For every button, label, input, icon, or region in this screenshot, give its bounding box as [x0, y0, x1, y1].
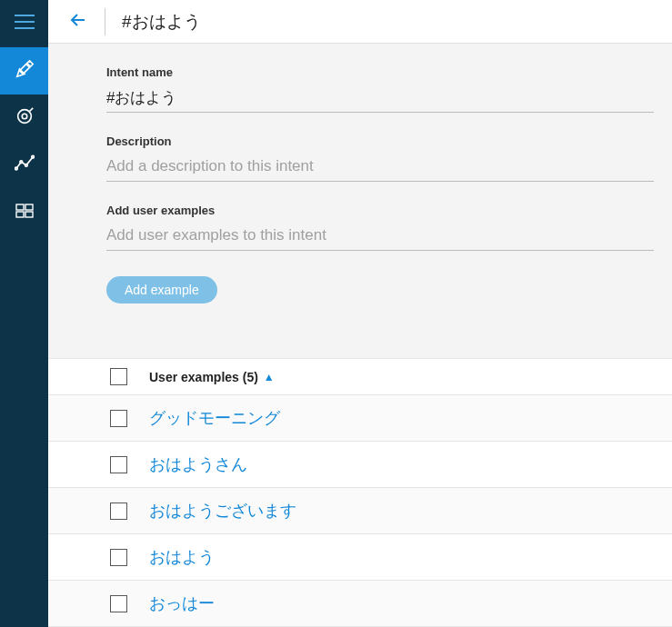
back-button[interactable]	[66, 10, 90, 34]
example-checkbox[interactable]	[110, 549, 127, 566]
description-input[interactable]	[106, 154, 654, 182]
example-row: おはようございます	[48, 488, 672, 534]
example-text[interactable]: おはようございます	[149, 500, 296, 522]
example-row: おっはー	[48, 581, 672, 627]
sidebar-item-analytics[interactable]	[0, 142, 48, 189]
example-row: グッドモーニング	[48, 395, 672, 442]
target-icon	[15, 106, 35, 130]
svg-point-8	[25, 164, 27, 166]
intent-form: Intent name Description Add user example…	[48, 44, 672, 322]
sort-arrow-icon[interactable]: ▲	[264, 371, 275, 383]
examples-header: User examples (5) ▲	[48, 358, 672, 395]
example-text[interactable]: グッドモーニング	[149, 407, 280, 429]
svg-rect-12	[16, 212, 24, 217]
example-checkbox[interactable]	[110, 410, 127, 427]
add-example-button[interactable]: Add example	[106, 276, 217, 304]
example-text[interactable]: おっはー	[149, 592, 215, 614]
examples-header-label[interactable]: User examples (5)	[149, 370, 258, 384]
example-checkbox[interactable]	[110, 595, 127, 612]
arrow-left-icon	[70, 13, 86, 31]
sidebar-item-menu[interactable]	[0, 0, 48, 47]
analytics-icon	[15, 154, 35, 177]
topbar: #おはよう	[48, 0, 672, 44]
intent-name-input[interactable]	[106, 85, 654, 113]
add-examples-label: Add user examples	[106, 204, 654, 217]
svg-point-4	[22, 114, 27, 119]
sidebar-item-catalog[interactable]	[0, 189, 48, 236]
add-examples-input[interactable]	[106, 223, 654, 251]
example-row: おはようさん	[48, 442, 672, 488]
description-label: Description	[106, 134, 654, 148]
svg-line-5	[29, 108, 33, 112]
example-checkbox[interactable]	[110, 456, 127, 473]
example-text[interactable]: おはよう	[149, 546, 215, 568]
svg-point-7	[19, 161, 22, 164]
hamburger-icon	[15, 14, 35, 34]
grid-icon	[15, 204, 34, 222]
svg-point-3	[17, 110, 31, 124]
sidebar	[0, 0, 48, 627]
svg-rect-13	[25, 212, 33, 217]
svg-point-9	[31, 155, 34, 158]
sidebar-item-build[interactable]	[0, 47, 48, 95]
svg-point-6	[15, 167, 17, 170]
svg-rect-10	[16, 204, 24, 210]
main-content: #おはよう Intent name Description Add user e…	[48, 0, 672, 627]
select-all-checkbox[interactable]	[110, 368, 127, 385]
example-checkbox[interactable]	[110, 503, 127, 520]
tools-icon	[15, 59, 35, 83]
examples-list: グッドモーニングおはようさんおはようございますおはようおっはー	[48, 395, 672, 627]
divider	[105, 8, 105, 35]
svg-rect-11	[25, 204, 33, 210]
example-text[interactable]: おはようさん	[149, 453, 247, 475]
page-title: #おはよう	[122, 10, 201, 34]
intent-name-label: Intent name	[106, 65, 654, 79]
example-row: おはよう	[48, 534, 672, 581]
sidebar-item-target[interactable]	[0, 95, 48, 142]
